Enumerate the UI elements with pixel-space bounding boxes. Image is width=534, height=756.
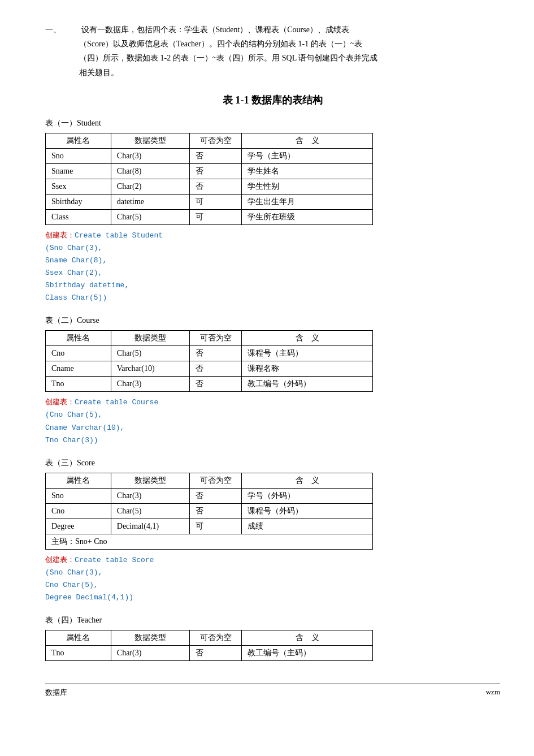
- table-cell: Decimal(4,1): [111, 519, 189, 534]
- table-cell: 学生出生年月: [242, 194, 373, 209]
- table-row: SnoChar(3)否学号（外码）: [46, 488, 373, 503]
- main-title: 表 1-1 数据库的表结构: [45, 93, 500, 107]
- table-cell: Char(5): [111, 503, 189, 519]
- table-label-0: 表（一）Student: [45, 118, 500, 128]
- col-header: 属性名: [46, 331, 111, 346]
- table-row: DegreeDecimal(4,1)可成绩: [46, 519, 373, 534]
- table-cell: Cno: [46, 346, 111, 361]
- data-table-0: 属性名数据类型可否为空含 义SnoChar(3)否学号（主码）SnameChar…: [45, 133, 373, 225]
- pk-cell: 主码：Sno+ Cno: [46, 534, 373, 549]
- table-cell: Char(3): [111, 377, 189, 392]
- table-section-1: 表（二）Course属性名数据类型可否为空含 义CnoChar(5)否课程号（主…: [45, 316, 500, 446]
- table-row: CnameVarchar(10)否课程名称: [46, 361, 373, 377]
- table-cell: 否: [189, 163, 242, 179]
- code-block-1: 创建表：Create table Course (Cno Char(5), Cn…: [45, 396, 500, 446]
- table-cell: 课程号（外码）: [242, 503, 373, 519]
- table-cell: 可: [189, 209, 242, 224]
- col-header: 属性名: [46, 473, 111, 488]
- table-section-0: 表（一）Student属性名数据类型可否为空含 义SnoChar(3)否学号（主…: [45, 118, 500, 305]
- table-cell: 学号（主码）: [242, 148, 373, 163]
- data-table-1: 属性名数据类型可否为空含 义CnoChar(5)否课程号（主码）CnameVar…: [45, 330, 373, 392]
- footer-left: 数据库: [45, 688, 67, 698]
- table-cell: Char(5): [111, 209, 189, 224]
- data-table-2: 属性名数据类型可否为空含 义SnoChar(3)否学号（外码）CnoChar(5…: [45, 473, 373, 550]
- col-header: 数据类型: [111, 630, 189, 646]
- table-label-2: 表（三）Score: [45, 458, 500, 468]
- table-cell: Char(8): [111, 163, 189, 179]
- col-header: 属性名: [46, 133, 111, 148]
- table-row: TnoChar(3)否教工编号（外码）: [46, 377, 373, 392]
- table-label-1: 表（二）Course: [45, 316, 500, 326]
- tables-container: 表（一）Student属性名数据类型可否为空含 义SnoChar(3)否学号（主…: [45, 118, 500, 661]
- table-row: CnoChar(5)否课程号（外码）: [46, 503, 373, 519]
- table-cell: 否: [189, 377, 242, 392]
- table-section-3: 表（四）Teacher属性名数据类型可否为空含 义TnoChar(3)否教工编号…: [45, 615, 500, 661]
- footer-right: wzm: [486, 688, 500, 698]
- table-cell: 学生性别: [242, 179, 373, 194]
- intro-paragraph: 一、 设有一数据库，包括四个表：学生表（Student）、课程表（Course）…: [45, 23, 500, 80]
- footer: 数据库 wzm: [45, 684, 500, 698]
- table-section-2: 表（三）Score属性名数据类型可否为空含 义SnoChar(3)否学号（外码）…: [45, 458, 500, 604]
- col-header: 含 义: [242, 133, 373, 148]
- table-cell: Class: [46, 209, 111, 224]
- table-cell: 否: [189, 361, 242, 377]
- table-cell: 教工编号（主码）: [242, 646, 373, 661]
- col-header: 数据类型: [111, 133, 189, 148]
- table-cell: Tno: [46, 646, 111, 661]
- table-cell: Degree: [46, 519, 111, 534]
- table-cell: Sbirthday: [46, 194, 111, 209]
- table-cell: Sname: [46, 163, 111, 179]
- code-label: 创建表：: [45, 556, 75, 564]
- col-header: 含 义: [242, 473, 373, 488]
- col-header: 可否为空: [189, 133, 242, 148]
- table-cell: 可: [189, 519, 242, 534]
- data-table-3: 属性名数据类型可否为空含 义TnoChar(3)否教工编号（主码）: [45, 630, 373, 661]
- col-header: 可否为空: [189, 473, 242, 488]
- pk-row: 主码：Sno+ Cno: [46, 534, 373, 549]
- table-row: CnoChar(5)否课程号（主码）: [46, 346, 373, 361]
- table-row: ClassChar(5)可学生所在班级: [46, 209, 373, 224]
- table-cell: 否: [189, 503, 242, 519]
- table-cell: Tno: [46, 377, 111, 392]
- table-cell: 学号（外码）: [242, 488, 373, 503]
- col-header: 含 义: [242, 331, 373, 346]
- table-cell: Sno: [46, 488, 111, 503]
- table-cell: Char(3): [111, 488, 189, 503]
- code-block-2: 创建表：Create table Score (Sno Char(3), Cno…: [45, 554, 500, 604]
- table-cell: 可: [189, 194, 242, 209]
- table-cell: 学生所在班级: [242, 209, 373, 224]
- table-row: Sbirthdaydatetime可学生出生年月: [46, 194, 373, 209]
- intro-line1: 设有一数据库，包括四个表：学生表（Student）、课程表（Course）、成绩…: [45, 25, 500, 80]
- table-cell: 成绩: [242, 519, 373, 534]
- table-cell: 否: [189, 179, 242, 194]
- table-cell: Char(2): [111, 179, 189, 194]
- table-cell: Cname: [46, 361, 111, 377]
- table-row: TnoChar(3)否教工编号（主码）: [46, 646, 373, 661]
- code-label: 创建表：: [45, 231, 75, 240]
- table-cell: 否: [189, 488, 242, 503]
- table-cell: Cno: [46, 503, 111, 519]
- table-cell: Sno: [46, 148, 111, 163]
- table-label-3: 表（四）Teacher: [45, 615, 500, 625]
- table-cell: 否: [189, 346, 242, 361]
- table-cell: 否: [189, 646, 242, 661]
- table-row: SsexChar(2)否学生性别: [46, 179, 373, 194]
- col-header: 数据类型: [111, 473, 189, 488]
- table-cell: Char(5): [111, 346, 189, 361]
- table-cell: Char(3): [111, 148, 189, 163]
- table-cell: 课程名称: [242, 361, 373, 377]
- table-cell: 课程号（主码）: [242, 346, 373, 361]
- table-row: SnoChar(3)否学号（主码）: [46, 148, 373, 163]
- table-cell: Char(3): [111, 646, 189, 661]
- table-cell: Varchar(10): [111, 361, 189, 377]
- table-cell: 教工编号（外码）: [242, 377, 373, 392]
- table-cell: Ssex: [46, 179, 111, 194]
- col-header: 属性名: [46, 630, 111, 646]
- intro-number: 一、: [45, 23, 79, 37]
- code-block-0: 创建表：Create table Student (Sno Char(3), S…: [45, 230, 500, 305]
- table-cell: 否: [189, 148, 242, 163]
- col-header: 数据类型: [111, 331, 189, 346]
- code-label: 创建表：: [45, 398, 75, 407]
- col-header: 含 义: [242, 630, 373, 646]
- table-row: SnameChar(8)否学生姓名: [46, 163, 373, 179]
